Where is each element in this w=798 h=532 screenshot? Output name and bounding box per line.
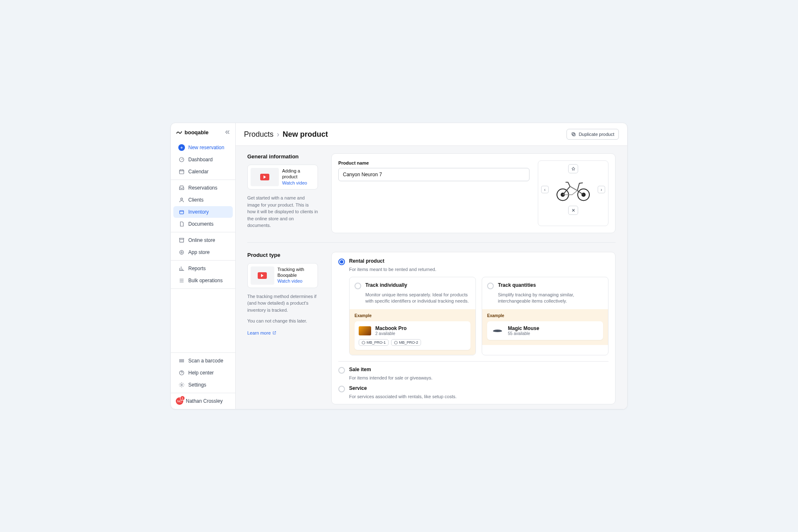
radio-label: Track quantities bbox=[498, 282, 536, 288]
sidebar-item-app-store[interactable]: App store bbox=[173, 246, 233, 258]
content-scroll: General information Adding a product Wat… bbox=[236, 146, 627, 409]
product-type-card: Rental product For items meant to be ren… bbox=[331, 252, 616, 405]
image-next-button[interactable]: › bbox=[598, 186, 605, 193]
video-info: Adding a product Watch video bbox=[282, 168, 315, 186]
document-icon bbox=[178, 221, 185, 227]
barcode-icon bbox=[178, 357, 185, 364]
radio-rental-product[interactable]: Rental product bbox=[338, 258, 608, 265]
nav-label: Settings bbox=[188, 382, 206, 388]
pin-image-button[interactable] bbox=[568, 164, 578, 173]
track-individually-card[interactable]: Track individually Monitor unique items … bbox=[349, 277, 476, 356]
sidebar-item-help[interactable]: Help center bbox=[173, 367, 233, 379]
cube-icon bbox=[362, 341, 365, 345]
radio-icon bbox=[487, 283, 494, 289]
logo-icon bbox=[176, 129, 182, 135]
radio-track-individually[interactable]: Track individually bbox=[355, 282, 470, 289]
divider bbox=[338, 361, 608, 362]
sidebar-item-reports[interactable]: Reports bbox=[173, 263, 233, 274]
sidebar-footer: Scan a barcode Help center Settings NC 1… bbox=[171, 352, 235, 409]
user-icon bbox=[178, 197, 185, 203]
brand-name: booqable bbox=[185, 129, 209, 135]
gear-icon bbox=[178, 382, 185, 388]
sidebar-item-online-store[interactable]: Online store bbox=[173, 234, 233, 246]
chevron-right-icon: › bbox=[277, 130, 279, 139]
example-name: Macbook Pro bbox=[375, 325, 406, 331]
video-card-adding-product[interactable]: Adding a product Watch video bbox=[247, 165, 318, 190]
radio-desc: For services associated with rentals, li… bbox=[349, 394, 608, 399]
radio-label: Rental product bbox=[349, 258, 384, 264]
watch-video-link[interactable]: Watch video bbox=[278, 278, 315, 284]
example-thumbnail bbox=[491, 326, 504, 335]
example-label: Example bbox=[487, 313, 603, 318]
svg-point-5 bbox=[181, 251, 182, 253]
sidebar-header: booqable bbox=[171, 123, 235, 140]
sidebar-item-dashboard[interactable]: Dashboard bbox=[173, 154, 233, 165]
track-desc: Monitor unique items separately. Ideal f… bbox=[365, 292, 470, 305]
duplicate-product-button[interactable]: Duplicate product bbox=[566, 129, 619, 140]
copy-icon bbox=[571, 132, 576, 137]
sidebar-item-bulk[interactable]: Bulk operations bbox=[173, 275, 233, 286]
section-ptype-sidebar: Product type Tracking with Booqable Watc… bbox=[247, 252, 318, 405]
sidebar-item-inventory[interactable]: Inventory bbox=[173, 206, 233, 218]
svg-point-7 bbox=[181, 384, 182, 386]
radio-label: Service bbox=[349, 385, 367, 391]
sidebar-item-calendar[interactable]: Calendar bbox=[173, 166, 233, 177]
radio-icon bbox=[338, 386, 345, 392]
watch-video-link[interactable]: Watch video bbox=[282, 180, 315, 186]
example-area: Example Magic Mouse 55 available bbox=[482, 309, 608, 345]
svg-point-2 bbox=[181, 198, 183, 200]
radio-sale-item[interactable]: Sale item bbox=[338, 367, 608, 374]
sidebar-item-documents[interactable]: Documents bbox=[173, 218, 233, 230]
external-link-icon bbox=[272, 331, 276, 335]
section-title: General information bbox=[247, 153, 318, 160]
sidebar-item-scan[interactable]: Scan a barcode bbox=[173, 355, 233, 367]
pin-icon bbox=[571, 167, 576, 171]
image-carousel-row: ‹ › bbox=[541, 176, 605, 203]
image-uploader: ‹ › bbox=[538, 160, 608, 226]
sidebar: booqable + New reservation Dashboard Cal… bbox=[171, 123, 236, 409]
collapse-sidebar-button[interactable] bbox=[224, 129, 230, 135]
button-label: Duplicate product bbox=[579, 132, 614, 137]
nav-section-store: Online store App store bbox=[171, 232, 235, 261]
play-icon bbox=[260, 174, 269, 180]
nav-section-main: Reservations Clients Inventory Documents bbox=[171, 180, 235, 232]
radio-desc: For items meant to be rented and returne… bbox=[349, 267, 608, 272]
general-card: Product name ‹ bbox=[331, 153, 616, 233]
nav-label: New reservation bbox=[188, 145, 224, 150]
example-availability: 2 available bbox=[375, 331, 406, 336]
track-quantities-card[interactable]: Track quantities Simplify tracking by ma… bbox=[482, 277, 608, 356]
learn-more-link[interactable]: Learn more bbox=[247, 330, 276, 335]
example-availability: 55 available bbox=[508, 331, 539, 336]
notification-badge: 1 bbox=[180, 396, 185, 401]
sidebar-item-reservations[interactable]: Reservations bbox=[173, 182, 233, 194]
radio-track-quantities[interactable]: Track quantities bbox=[487, 282, 603, 289]
sidebar-item-clients[interactable]: Clients bbox=[173, 194, 233, 206]
svg-rect-1 bbox=[180, 170, 184, 174]
video-card-tracking[interactable]: Tracking with Booqable Watch video bbox=[247, 263, 318, 288]
radio-desc: For items intended for sale or giveaways… bbox=[349, 375, 608, 380]
play-icon bbox=[258, 272, 267, 279]
image-prev-button[interactable]: ‹ bbox=[541, 186, 549, 193]
radio-service[interactable]: Service bbox=[338, 385, 608, 392]
new-reservation-button[interactable]: + New reservation bbox=[173, 142, 233, 153]
radio-icon bbox=[338, 259, 345, 265]
help-text: Get started with a name and image for yo… bbox=[247, 195, 318, 229]
breadcrumb: Products › New product bbox=[244, 130, 328, 139]
breadcrumb-root[interactable]: Products bbox=[244, 130, 273, 139]
user-menu[interactable]: NC 1 Nathan Crossley bbox=[171, 393, 235, 409]
remove-image-button[interactable]: ✕ bbox=[568, 206, 578, 215]
nav-label: Documents bbox=[188, 221, 214, 227]
nav-section-primary: + New reservation Dashboard Calendar bbox=[171, 140, 235, 180]
app-window: booqable + New reservation Dashboard Cal… bbox=[170, 123, 628, 409]
list-icon bbox=[178, 277, 185, 284]
nav-label: App store bbox=[188, 249, 209, 255]
sidebar-item-settings[interactable]: Settings bbox=[173, 379, 233, 391]
section-product-type: Product type Tracking with Booqable Watc… bbox=[247, 252, 616, 409]
inventory-tag: MB_PRO-1 bbox=[359, 339, 389, 346]
nav-label: Reports bbox=[188, 266, 206, 271]
video-title: Adding a product bbox=[282, 168, 315, 180]
product-name-input[interactable] bbox=[338, 168, 530, 181]
nav-label: Scan a barcode bbox=[188, 358, 223, 364]
avatar: NC 1 bbox=[176, 397, 183, 405]
main-area: Products › New product Duplicate product… bbox=[236, 123, 627, 409]
